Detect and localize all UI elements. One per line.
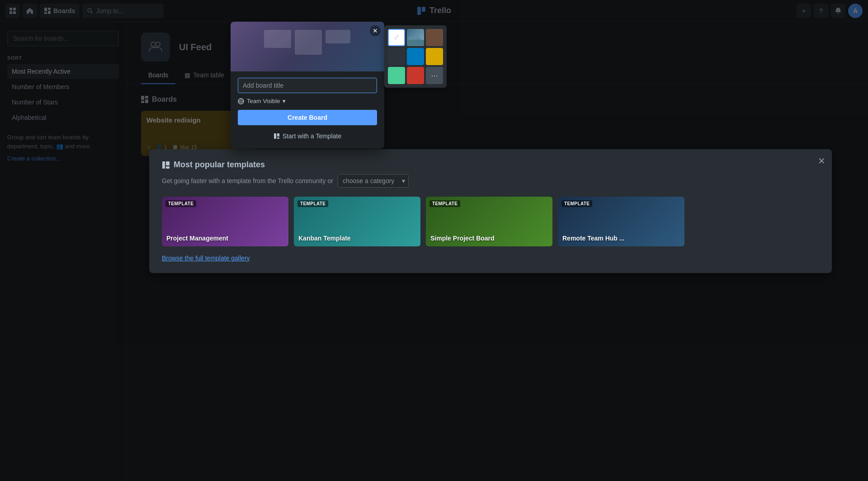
template-card-simple-project[interactable]: TEMPLATE Simple Project Board bbox=[426, 197, 552, 246]
start-template-button[interactable]: Start with a Template bbox=[238, 130, 377, 142]
chevron-down-icon: ▾ bbox=[283, 98, 286, 104]
swatch-red[interactable] bbox=[407, 67, 424, 84]
board-background-preview: ✕ bbox=[231, 22, 384, 71]
svg-rect-25 bbox=[166, 161, 170, 165]
close-popup-button[interactable]: ✕ bbox=[370, 25, 381, 36]
template-badge: TEMPLATE bbox=[165, 200, 196, 207]
svg-rect-24 bbox=[162, 161, 165, 169]
template-badge: TEMPLATE bbox=[297, 200, 328, 207]
templates-panel: ✕ Most popular templates Get going faste… bbox=[149, 149, 832, 273]
swatch-green[interactable] bbox=[388, 67, 405, 84]
create-board-popup: ✕ Team Visible ▾ Create Board Start with… bbox=[231, 22, 384, 149]
templates-title: Most popular templates bbox=[162, 160, 819, 170]
create-board-button[interactable]: Create Board bbox=[238, 110, 377, 125]
browse-gallery-link[interactable]: Browse the full template gallery bbox=[162, 255, 250, 262]
swatch-blue[interactable] bbox=[407, 48, 424, 65]
templates-grid: TEMPLATE Project Management TEMPLATE Kan… bbox=[162, 197, 819, 246]
swatch-yellow[interactable] bbox=[426, 48, 443, 65]
template-name: Kanban Template bbox=[298, 235, 416, 242]
category-wrapper: choose a category bbox=[338, 174, 409, 188]
category-select[interactable]: choose a category bbox=[338, 174, 409, 188]
swatch-brown[interactable] bbox=[426, 29, 443, 46]
template-card-kanban[interactable]: TEMPLATE Kanban Template bbox=[294, 197, 420, 246]
svg-rect-22 bbox=[277, 137, 279, 139]
board-title-input[interactable] bbox=[238, 78, 377, 93]
svg-rect-20 bbox=[274, 133, 276, 139]
svg-rect-21 bbox=[277, 133, 279, 137]
template-name: Project Management bbox=[166, 235, 284, 242]
template-card-project-management[interactable]: TEMPLATE Project Management bbox=[162, 197, 288, 246]
template-card-remote-team[interactable]: TEMPLATE Remote Team Hub ... bbox=[558, 197, 684, 246]
templates-close-button[interactable]: ✕ bbox=[818, 156, 826, 166]
svg-rect-23 bbox=[407, 40, 424, 46]
swatch-mountain[interactable] bbox=[407, 29, 424, 46]
popup-body: Team Visible ▾ Create Board Start with a… bbox=[231, 71, 384, 149]
template-badge: TEMPLATE bbox=[561, 200, 592, 207]
template-name: Simple Project Board bbox=[430, 235, 548, 242]
swatch-more[interactable]: ··· bbox=[426, 67, 443, 84]
swatch-dark[interactable] bbox=[388, 48, 405, 65]
swatch-white[interactable]: ✓ bbox=[388, 29, 405, 46]
svg-rect-26 bbox=[166, 166, 170, 169]
visibility-selector[interactable]: Team Visible ▾ bbox=[238, 98, 377, 104]
templates-subtitle: Get going faster with a template from th… bbox=[162, 174, 819, 188]
template-badge: TEMPLATE bbox=[429, 200, 460, 207]
template-name: Remote Team Hub ... bbox=[562, 235, 680, 242]
color-swatches-panel: ✓ ··· bbox=[384, 25, 447, 88]
